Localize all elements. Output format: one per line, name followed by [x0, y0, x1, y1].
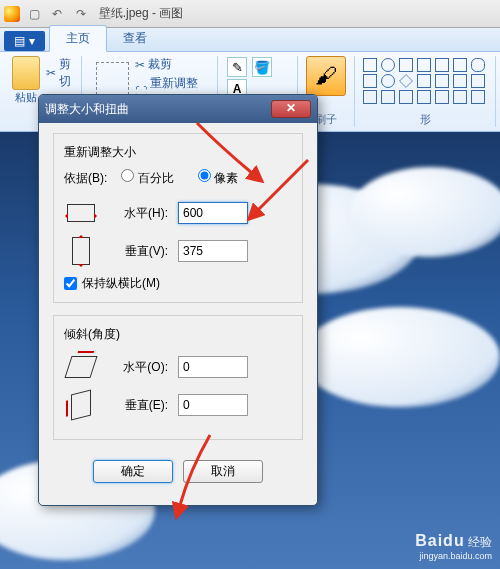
- ok-button[interactable]: 确定: [93, 460, 173, 483]
- skew-h-label: 水平(O):: [108, 359, 168, 376]
- cut-button[interactable]: ✂剪切: [46, 56, 73, 90]
- paste-icon[interactable]: [12, 56, 40, 90]
- skew-h-icon: [64, 356, 97, 378]
- cancel-button[interactable]: 取消: [183, 460, 263, 483]
- app-icon: [4, 6, 20, 22]
- skew-fieldset: 倾斜(角度) 水平(O): 垂直(E):: [53, 315, 303, 440]
- scissors-icon: ✂: [46, 66, 56, 80]
- vertical-input[interactable]: [178, 240, 248, 262]
- tab-home[interactable]: 主页: [49, 25, 107, 52]
- horizontal-icon: [67, 204, 95, 222]
- resize-fieldset: 重新调整大小 依据(B): 百分比 像素 水平(H): 垂直(V): 保持纵横比…: [53, 133, 303, 303]
- dialog-titlebar[interactable]: 调整大小和扭曲 ✕: [39, 95, 317, 123]
- close-button[interactable]: ✕: [271, 100, 311, 118]
- shapes-gallery[interactable]: [363, 56, 487, 104]
- skew-h-input[interactable]: [178, 356, 248, 378]
- skew-v-icon: [71, 390, 91, 421]
- crop-button[interactable]: ✂裁剪: [135, 56, 209, 73]
- vertical-icon: [72, 237, 90, 265]
- brush-button[interactable]: 🖌: [306, 56, 346, 96]
- radio-percent[interactable]: 百分比: [121, 169, 173, 187]
- redo-icon[interactable]: ↷: [72, 5, 90, 23]
- resize-skew-dialog: 调整大小和扭曲 ✕ 重新调整大小 依据(B): 百分比 像素 水平(H): 垂直…: [38, 94, 318, 506]
- skew-v-input[interactable]: [178, 394, 248, 416]
- pencil-icon[interactable]: ✎: [227, 57, 247, 77]
- skew-v-label: 垂直(E):: [108, 397, 168, 414]
- window-titlebar: ▢ ↶ ↷ 壁纸.jpeg - 画图: [0, 0, 500, 28]
- group-shapes: 形: [355, 56, 496, 127]
- aspect-checkbox[interactable]: 保持纵横比(M): [64, 275, 292, 292]
- undo-icon[interactable]: ↶: [48, 5, 66, 23]
- save-icon[interactable]: ▢: [25, 5, 43, 23]
- horizontal-input[interactable]: [178, 202, 248, 224]
- h-label: 水平(H):: [108, 205, 168, 222]
- window-title: 壁纸.jpeg - 画图: [99, 5, 184, 22]
- quick-access-toolbar: ▢ ↶ ↷: [24, 5, 91, 23]
- radio-pixels[interactable]: 像素: [198, 169, 238, 187]
- file-menu[interactable]: ▤▾: [4, 31, 45, 51]
- watermark: Baidu 经验 jingyan.baidu.com: [415, 532, 492, 561]
- ribbon-tabs: ▤▾ 主页 查看: [0, 28, 500, 52]
- aspect-input[interactable]: [64, 277, 77, 290]
- bucket-icon[interactable]: 🪣: [252, 57, 272, 77]
- tab-view[interactable]: 查看: [107, 26, 163, 51]
- v-label: 垂直(V):: [108, 243, 168, 260]
- resize-legend: 重新调整大小: [64, 144, 292, 161]
- basis-label: 依据(B):: [64, 170, 107, 187]
- skew-legend: 倾斜(角度): [64, 326, 292, 343]
- dialog-title: 调整大小和扭曲: [45, 101, 271, 118]
- crop-icon: ✂: [135, 58, 145, 72]
